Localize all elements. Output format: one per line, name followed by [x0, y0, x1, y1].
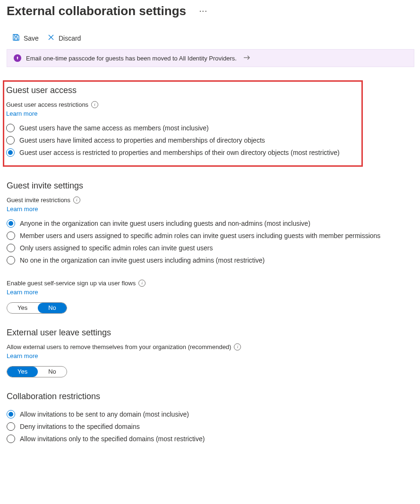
radio-label: No one in the organization can invite gu… [20, 256, 265, 264]
guest-invite-learn-more[interactable]: Learn more [7, 205, 413, 213]
radio-icon[interactable] [7, 410, 15, 419]
save-label: Save [24, 34, 39, 42]
radio-icon[interactable] [7, 244, 15, 252]
page-title: External collaboration settings ··· [7, 4, 413, 18]
save-button[interactable]: Save [9, 32, 42, 44]
guest-access-option-2[interactable]: Guest user access is restricted to prope… [6, 146, 357, 159]
radio-label: Allow invitations to be sent to any doma… [20, 410, 189, 418]
guest-access-learn-more[interactable]: Learn more [6, 110, 357, 117]
section-collab: Collaboration restrictions Allow invitat… [7, 392, 413, 445]
leave-learn-more[interactable]: Learn more [7, 352, 413, 359]
guest-invite-title: Guest invite settings [7, 181, 413, 191]
radio-icon[interactable] [7, 435, 15, 443]
section-guest-access: Guest user access Guest user access rest… [6, 85, 357, 159]
toggle-no[interactable]: No [38, 367, 67, 377]
info-banner-text: Email one-time passcode for guests has b… [26, 55, 237, 62]
guest-invite-option-3[interactable]: No one in the organization can invite gu… [7, 254, 413, 266]
radio-label: Only users assigned to specific admin ro… [20, 244, 213, 252]
self-service-block: Enable guest self-service sign up via us… [7, 278, 413, 314]
radio-label: Deny invitations to the specified domain… [20, 423, 140, 430]
leave-field-label: Allow external users to remove themselve… [7, 343, 241, 350]
svg-marker-3 [17, 56, 18, 60]
collab-option-2[interactable]: Allow invitations only to the specified … [7, 433, 413, 445]
arrow-right-icon [243, 55, 251, 62]
radio-icon[interactable] [6, 136, 15, 145]
info-banner[interactable]: Email one-time passcode for guests has b… [7, 49, 414, 67]
toggle-no[interactable]: No [38, 303, 67, 313]
radio-label: Guest users have limited access to prope… [19, 137, 265, 144]
guest-access-option-1[interactable]: Guest users have limited access to prope… [6, 134, 357, 146]
leave-title: External user leave settings [7, 328, 413, 338]
toggle-yes[interactable]: Yes [7, 367, 38, 377]
self-service-field-label: Enable guest self-service sign up via us… [7, 280, 146, 287]
guest-access-option-0[interactable]: Guest users have the same access as memb… [6, 122, 357, 134]
svg-rect-0 [15, 38, 17, 40]
collab-title: Collaboration restrictions [7, 392, 413, 401]
compass-icon [14, 54, 21, 62]
info-icon[interactable]: i [234, 343, 241, 350]
save-icon [12, 34, 20, 43]
radio-icon[interactable] [7, 219, 15, 228]
guest-invite-option-0[interactable]: Anyone in the organization can invite gu… [7, 217, 413, 230]
radio-icon[interactable] [7, 422, 15, 431]
more-menu[interactable]: ··· [199, 8, 208, 15]
toggle-yes[interactable]: Yes [7, 303, 38, 313]
radio-icon[interactable] [6, 124, 15, 132]
radio-label: Guest user access is restricted to prope… [19, 149, 340, 156]
collab-option-1[interactable]: Deny invitations to the specified domain… [7, 420, 413, 433]
section-leave: External user leave settings Allow exter… [7, 328, 413, 377]
leave-toggle[interactable]: Yes No [7, 366, 67, 377]
info-icon[interactable]: i [91, 101, 98, 108]
discard-label: Discard [59, 34, 81, 42]
radio-icon[interactable] [7, 256, 15, 265]
self-service-toggle[interactable]: Yes No [7, 302, 67, 314]
radio-icon[interactable] [6, 148, 15, 157]
section-guest-invite: Guest invite settings Guest invite restr… [7, 181, 413, 314]
discard-button[interactable]: Discard [44, 32, 84, 44]
command-bar: Save Discard [7, 29, 413, 48]
info-icon[interactable]: i [73, 196, 80, 204]
page-title-text: External collaboration settings [7, 4, 186, 18]
guest-access-field-label: Guest user access restrictions i [6, 101, 98, 108]
guest-invite-option-2[interactable]: Only users assigned to specific admin ro… [7, 242, 413, 254]
radio-label: Anyone in the organization can invite gu… [20, 220, 310, 227]
collab-option-0[interactable]: Allow invitations to be sent to any doma… [7, 408, 413, 420]
radio-icon[interactable] [7, 231, 15, 240]
radio-label: Member users and users assigned to speci… [20, 232, 380, 239]
close-icon [47, 34, 55, 43]
self-service-learn-more[interactable]: Learn more [7, 289, 413, 296]
radio-label: Guest users have the same access as memb… [19, 124, 209, 132]
guest-invite-field-label: Guest invite restrictions i [7, 196, 80, 204]
guest-invite-option-1[interactable]: Member users and users assigned to speci… [7, 230, 413, 242]
guest-access-title: Guest user access [6, 85, 357, 95]
info-icon[interactable]: i [138, 280, 146, 287]
radio-label: Allow invitations only to the specified … [20, 435, 205, 443]
guest-access-highlight: Guest user access Guest user access rest… [3, 80, 363, 167]
